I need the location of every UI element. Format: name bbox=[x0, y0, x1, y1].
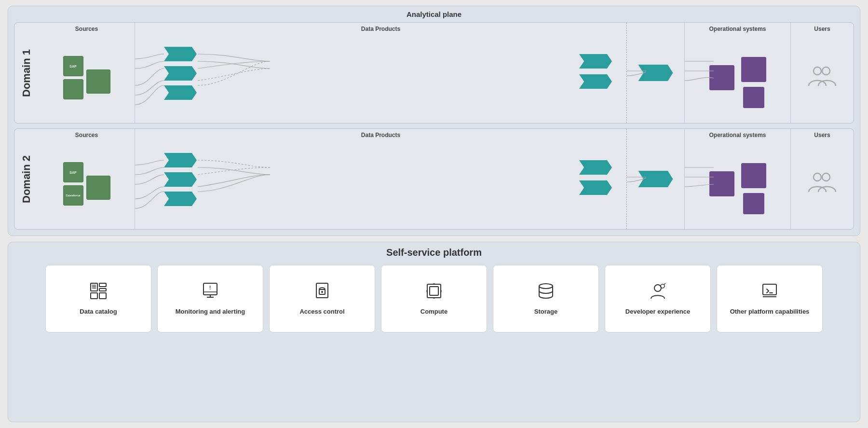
domain2-dp-right-nodes bbox=[579, 160, 612, 195]
domain2-sources-panel: Sources SAP Salesforce bbox=[39, 129, 135, 229]
platform-card-compute: Compute bbox=[381, 265, 487, 332]
domain2-ops-title: Operational systems bbox=[709, 132, 766, 138]
domain2-source-sf: Salesforce bbox=[63, 185, 83, 206]
domain2-output-panel bbox=[627, 129, 685, 229]
domain2-ops-panel: Operational systems bbox=[685, 129, 791, 229]
domain1-output-panel bbox=[627, 23, 685, 123]
domain2-dp-rnode2 bbox=[579, 180, 612, 195]
domain1-dp-node2 bbox=[164, 66, 197, 81]
svg-line-29 bbox=[664, 283, 665, 285]
main-container: Analytical plane Domain 1 Sources SAP bbox=[0, 0, 868, 428]
domain2-label: Domain 2 bbox=[14, 129, 39, 229]
svg-point-3 bbox=[822, 173, 830, 181]
analytical-plane: Analytical plane Domain 1 Sources SAP bbox=[8, 6, 860, 236]
domain1-ops-box3 bbox=[743, 87, 764, 108]
domain2-dp-left: Data Products bbox=[135, 129, 627, 229]
domain1-dp-right-nodes bbox=[579, 54, 612, 89]
domain1-sources-title: Sources bbox=[75, 26, 98, 32]
svg-point-0 bbox=[814, 67, 821, 75]
compute-icon bbox=[424, 281, 444, 303]
platform-card-other: Other platform capabilities bbox=[717, 265, 823, 332]
svg-point-28 bbox=[661, 284, 665, 288]
access-control-label: Access control bbox=[299, 308, 344, 316]
compute-label: Compute bbox=[420, 308, 448, 316]
domain2-dp-left-nodes bbox=[164, 153, 197, 206]
domain2-sources-title: Sources bbox=[75, 132, 98, 138]
domain1-dp-rnode2 bbox=[579, 74, 612, 89]
svg-point-26 bbox=[539, 284, 553, 289]
domain2-dp-arrows bbox=[135, 129, 626, 229]
monitoring-icon: ! bbox=[201, 281, 220, 303]
domain1-sources-content: SAP bbox=[41, 35, 133, 120]
domain2-dp-node2 bbox=[164, 172, 197, 187]
domain2-dp-rnode1 bbox=[579, 160, 612, 175]
domain2-inner: Sources SAP Salesforce bbox=[39, 129, 854, 229]
domain1-dp-title: Data Products bbox=[135, 23, 626, 32]
domain1-users-title: Users bbox=[814, 26, 830, 32]
domain1-sources-panel: Sources SAP bbox=[39, 23, 135, 123]
domain2-users-icon bbox=[808, 170, 837, 198]
domain1-source-sap: SAP bbox=[63, 56, 83, 76]
svg-point-27 bbox=[654, 285, 661, 291]
svg-rect-8 bbox=[99, 293, 106, 299]
svg-point-19 bbox=[321, 291, 323, 293]
domain2-users-content bbox=[793, 141, 852, 226]
domain1-output-node bbox=[638, 65, 673, 81]
domain2-users-title: Users bbox=[814, 132, 830, 138]
domain2-dp-node3 bbox=[164, 192, 197, 206]
domain1-ops-content bbox=[687, 35, 788, 120]
domain1-label: Domain 1 bbox=[14, 23, 39, 123]
domain2-output-node bbox=[638, 171, 673, 187]
domain1-dp-left: Data Products bbox=[135, 23, 627, 123]
domain2-source-sap: SAP bbox=[63, 162, 83, 182]
domain2-dp-title: Data Products bbox=[135, 129, 626, 138]
domain2-dp-node1 bbox=[164, 153, 197, 167]
domain1-source-3 bbox=[86, 69, 110, 94]
domain1-dp-node1 bbox=[164, 47, 197, 61]
domain1-source-2 bbox=[63, 79, 83, 99]
svg-rect-21 bbox=[430, 287, 438, 295]
domain1-inner: Sources SAP Data P bbox=[39, 23, 854, 123]
platform-card-access: Access control bbox=[269, 265, 375, 332]
domains-container: Domain 1 Sources SAP bbox=[14, 22, 854, 230]
domain2-source-3 bbox=[86, 176, 110, 200]
domain1-ops-panel: Operational systems bbox=[685, 23, 791, 123]
platform-cards: Data catalog ! Monitoring and alerting bbox=[16, 265, 852, 332]
domain1-dp-left-nodes bbox=[164, 47, 197, 100]
domain2-ops-box2 bbox=[741, 163, 766, 188]
domain1-ops-box2 bbox=[741, 57, 766, 82]
domain2-users-panel: Users bbox=[791, 129, 854, 229]
svg-rect-7 bbox=[91, 293, 97, 299]
svg-text:!: ! bbox=[209, 285, 211, 290]
svg-rect-6 bbox=[99, 289, 106, 291]
developer-experience-label: Developer experience bbox=[625, 308, 690, 316]
domain2-row: Domain 2 Sources SAP Salesforce bbox=[14, 128, 854, 230]
domain1-users-icon bbox=[808, 64, 837, 92]
domain2-sources-content: SAP Salesforce bbox=[41, 141, 133, 226]
domain2-ops-box1 bbox=[709, 171, 734, 196]
platform-title: Self-service platform bbox=[16, 247, 852, 258]
svg-rect-4 bbox=[91, 283, 97, 291]
monitoring-label: Monitoring and alerting bbox=[176, 308, 245, 316]
svg-rect-5 bbox=[99, 283, 106, 287]
storage-label: Storage bbox=[534, 308, 557, 316]
svg-rect-17 bbox=[316, 283, 328, 298]
developer-experience-icon bbox=[648, 281, 667, 303]
platform-section: Self-service platform Data bbox=[8, 242, 860, 422]
domain2-ops-box3 bbox=[743, 193, 764, 214]
domain1-dp-arrows bbox=[135, 23, 626, 123]
access-control-icon bbox=[312, 281, 332, 303]
platform-card-storage: Storage bbox=[493, 265, 599, 332]
data-catalog-label: Data catalog bbox=[80, 308, 117, 316]
domain1-row: Domain 1 Sources SAP bbox=[14, 22, 854, 124]
platform-card-data-catalog: Data catalog bbox=[45, 265, 151, 332]
svg-point-1 bbox=[822, 67, 830, 75]
analytical-plane-title: Analytical plane bbox=[14, 10, 854, 18]
platform-card-developer: Developer experience bbox=[605, 265, 711, 332]
domain1-ops-box1 bbox=[709, 65, 734, 90]
data-catalog-icon bbox=[89, 281, 108, 303]
platform-card-monitoring: ! Monitoring and alerting bbox=[157, 265, 263, 332]
domain1-dp-node3 bbox=[164, 85, 197, 100]
storage-icon bbox=[536, 281, 556, 303]
svg-point-2 bbox=[814, 173, 821, 181]
